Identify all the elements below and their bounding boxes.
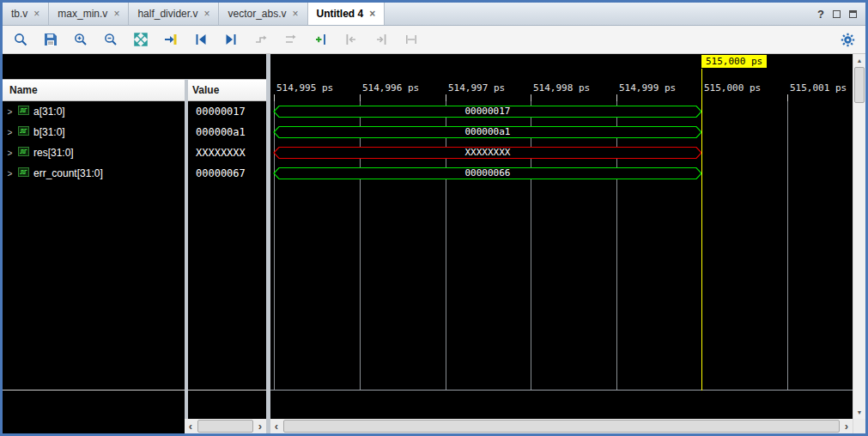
- signal-panel-hscrollbar[interactable]: ‹ ›: [185, 419, 266, 433]
- zoom-to-cursor-icon[interactable]: [161, 30, 180, 49]
- expand-chevron-icon[interactable]: >: [6, 128, 14, 137]
- expand-chevron-icon[interactable]: >: [6, 148, 14, 158]
- tab-label: Untitled 4: [317, 8, 364, 20]
- signal-row-b[interactable]: > b[31:0] 000000a1: [3, 122, 266, 142]
- tab-untitled-4[interactable]: Untitled 4 ×: [308, 3, 385, 25]
- wave-row-b: 000000a1: [270, 122, 853, 142]
- help-icon[interactable]: ?: [817, 8, 824, 21]
- close-icon[interactable]: ×: [33, 9, 39, 19]
- wave-row-err-count: 00000066: [270, 163, 853, 184]
- tick-mark: [616, 94, 617, 101]
- bus-signal-icon: [18, 167, 29, 179]
- next-transition-icon[interactable]: [222, 30, 240, 49]
- wave-rows[interactable]: 00000017 000000a1 XXXXXXXX: [270, 101, 853, 391]
- save-icon[interactable]: [41, 30, 60, 49]
- time-tick-label: 514,997 ps: [448, 82, 505, 94]
- zoom-in-icon[interactable]: [71, 30, 90, 49]
- time-tick-label: 514,996 ps: [362, 82, 419, 94]
- signal-name: err_count[31:0]: [33, 167, 103, 179]
- tick-mark: [787, 94, 788, 101]
- signal-name: res[31:0]: [33, 147, 74, 159]
- tab-label: tb.v: [11, 8, 27, 20]
- signal-table-header: Name Value: [3, 79, 266, 101]
- signal-name: b[31:0]: [33, 126, 65, 138]
- time-tick-label: 514,998 ps: [533, 82, 590, 94]
- tab-tb-v[interactable]: tb.v ×: [3, 3, 49, 25]
- scroll-down-icon[interactable]: ▼: [853, 406, 865, 419]
- cursor-time-label[interactable]: 515,000 ps: [701, 55, 767, 68]
- scroll-right-icon[interactable]: ›: [254, 420, 266, 433]
- fit-selection-icon[interactable]: [402, 30, 421, 49]
- search-icon[interactable]: [11, 30, 30, 49]
- waveform-main: Name Value > a[31:0] 00000017 >: [3, 54, 865, 419]
- settings-gear-icon[interactable]: [838, 30, 857, 49]
- close-icon[interactable]: ×: [203, 9, 209, 19]
- signal-name: a[31:0]: [33, 106, 65, 118]
- signal-panel-hscroll-thumb[interactable]: [197, 420, 253, 433]
- zoom-out-icon[interactable]: [101, 30, 120, 49]
- tab-label: half_divider.v: [137, 8, 197, 20]
- vertical-scrollbar[interactable]: ▲ ▼: [853, 54, 865, 419]
- signal-value: 00000067: [188, 167, 246, 179]
- bottom-left-filler: [3, 419, 185, 433]
- wave-display[interactable]: 515,000 ps 514,995 ps 514,996 ps 514,997…: [270, 54, 853, 419]
- signal-row-a[interactable]: > a[31:0] 00000017: [3, 101, 266, 122]
- waveform-viewer-window: tb.v × max_min.v × half_divider.v × vect…: [0, 0, 868, 436]
- go-to-time-start-icon[interactable]: [342, 30, 361, 49]
- vertical-scroll-thumb[interactable]: [854, 67, 865, 103]
- tick-mark: [360, 94, 361, 101]
- tabbar-spacer: [385, 3, 809, 25]
- tick-mark: [446, 94, 446, 101]
- wave-row-res: XXXXXXXX: [270, 142, 853, 163]
- signal-row-err-count[interactable]: > err_count[31:0] 00000067: [3, 163, 266, 184]
- bus-signal-icon: [18, 147, 29, 159]
- tab-label: vector_abs.v: [228, 8, 286, 20]
- tick-mark: [274, 94, 275, 101]
- bus-value-label: 00000017: [273, 105, 702, 118]
- tab-bar: tb.v × max_min.v × half_divider.v × vect…: [3, 3, 865, 26]
- waveform-toolbar: [3, 26, 865, 54]
- scroll-left-icon[interactable]: ‹: [270, 420, 282, 433]
- name-column-header: Name: [3, 84, 185, 96]
- scrollbar-corner: [853, 419, 865, 433]
- tab-vector-abs-v[interactable]: vector_abs.v ×: [219, 3, 307, 25]
- close-icon[interactable]: ×: [369, 9, 375, 19]
- name-value-column-splitter[interactable]: [185, 79, 188, 419]
- scroll-up-icon[interactable]: ▲: [853, 54, 865, 67]
- close-icon[interactable]: ×: [293, 9, 299, 19]
- re-launch-icon[interactable]: [282, 30, 300, 49]
- time-tick-label: 515,000 ps: [704, 82, 761, 94]
- expand-chevron-icon[interactable]: >: [6, 107, 14, 117]
- bus-signal-icon: [18, 106, 29, 118]
- time-tick-label: 514,999 ps: [619, 82, 676, 94]
- signal-row-res[interactable]: > res[31:0] XXXXXXXX: [3, 142, 266, 163]
- time-tick-label: 515,001 ps: [790, 82, 847, 94]
- time-cursor[interactable]: [701, 69, 702, 391]
- bus-value-label: 00000066: [273, 167, 702, 180]
- wave-hscrollbar[interactable]: ‹ ›: [270, 419, 853, 433]
- expand-chevron-icon[interactable]: >: [6, 169, 14, 179]
- scroll-right-icon[interactable]: ›: [841, 420, 853, 433]
- swap-cursors-icon[interactable]: [252, 30, 270, 49]
- bottom-scroll-strip: ‹ › ‹ ›: [3, 419, 865, 433]
- value-column-header: Value: [185, 84, 219, 96]
- zoom-fit-icon[interactable]: [131, 30, 150, 49]
- wave-row-a: 00000017: [270, 101, 853, 122]
- signal-value: 00000017: [188, 106, 246, 118]
- tab-half-divider-v[interactable]: half_divider.v ×: [129, 3, 219, 25]
- close-icon[interactable]: ×: [113, 9, 119, 19]
- tab-max-min-v[interactable]: max_min.v ×: [49, 3, 129, 25]
- time-ruler: 514,995 ps 514,996 ps 514,997 ps 514,998…: [270, 69, 853, 101]
- wave-hscroll-thumb[interactable]: [283, 420, 840, 433]
- go-to-time-end-icon[interactable]: [372, 30, 391, 49]
- add-marker-icon[interactable]: [312, 30, 331, 49]
- maximize-icon[interactable]: [849, 10, 857, 18]
- bus-value-label: XXXXXXXX: [273, 146, 702, 160]
- signal-value: 000000a1: [188, 126, 246, 138]
- float-icon[interactable]: [833, 10, 841, 18]
- scroll-left-icon[interactable]: ‹: [185, 420, 197, 433]
- previous-transition-icon[interactable]: [191, 30, 210, 49]
- signal-panel: Name Value > a[31:0] 00000017 >: [3, 54, 266, 419]
- tick-mark: [531, 94, 531, 101]
- bus-signal-icon: [18, 126, 29, 138]
